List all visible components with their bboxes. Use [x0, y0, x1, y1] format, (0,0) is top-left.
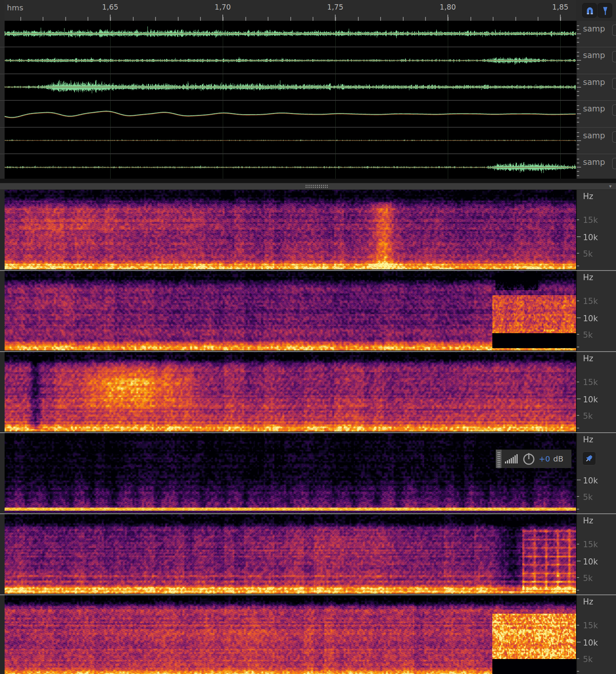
freq-tick-label: 5k [583, 493, 593, 502]
spectrogram-canvas[interactable] [5, 595, 576, 674]
splitter-grip-handle[interactable] [306, 185, 328, 188]
track-format-label: samp [583, 24, 605, 33]
track-edge-button[interactable] [612, 51, 616, 62]
gain-knob-icon[interactable] [522, 452, 536, 466]
track-edge-button[interactable] [612, 158, 616, 169]
freq-tick-label: 5k [583, 249, 593, 259]
track-edge-button[interactable] [612, 78, 616, 89]
spectrogram-canvas[interactable] [5, 190, 576, 269]
track-edge-button[interactable] [612, 105, 616, 116]
freq-unit-label: Hz [583, 273, 593, 282]
ruler-minor-tick [290, 17, 291, 21]
spectrogram-track-row-pinned[interactable]: +0 dB Hz 10k 5k [0, 433, 616, 514]
freq-tick [577, 382, 579, 382]
waveform-canvas[interactable] [5, 21, 576, 46]
waveform-track-row[interactable]: samp [0, 21, 616, 47]
freq-tick [577, 625, 579, 626]
track-header[interactable]: Hz 15k 10k 5k [576, 190, 616, 270]
track-edge-button[interactable] [612, 131, 616, 143]
track-pin-button[interactable] [582, 452, 596, 465]
track-format-label: samp [583, 78, 605, 87]
freq-tick [577, 496, 579, 497]
pushpin-icon [585, 454, 594, 463]
waveform-canvas[interactable] [5, 128, 576, 153]
pane-splitter[interactable]: ▾ [0, 183, 616, 190]
freq-tick-label: 15k [583, 378, 598, 387]
left-gutter [0, 352, 5, 432]
track-header[interactable]: samp [576, 128, 616, 154]
waveform-track-area: samp samp samp [0, 21, 616, 179]
magnet-icon [585, 6, 595, 16]
waveform-canvas[interactable] [5, 74, 576, 100]
spectrogram-canvas[interactable] [5, 352, 576, 432]
freq-tick [577, 415, 579, 416]
gain-control[interactable]: +0 dB [496, 450, 571, 468]
track-format-label: samp [583, 51, 605, 60]
freq-tick-label: 10k [583, 557, 598, 566]
timeline-ruler[interactable]: hms 1,651,701,751,801,85 [0, 0, 616, 21]
spectrogram-track-row[interactable]: Hz 15k 10k 5k [0, 595, 616, 674]
ruler-minor-tick [538, 17, 538, 21]
waveform-track-row[interactable]: samp [0, 128, 616, 154]
spectrogram-track-row[interactable]: Hz 15k 10k 5k [0, 190, 616, 271]
track-header[interactable]: samp [576, 74, 616, 100]
ruler-time-label: 1,75 [327, 3, 343, 11]
track-header[interactable]: samp [576, 101, 616, 127]
spectrogram-canvas[interactable] [5, 433, 576, 513]
spectrogram-track-row[interactable]: Hz 15k 10k 5k [0, 271, 616, 352]
ruler-minor-tick [88, 17, 88, 21]
freq-tick-label: 5k [583, 330, 593, 340]
ruler-minor-tick [358, 17, 359, 21]
track-header[interactable]: Hz 15k 10k 5k [576, 352, 616, 432]
spectrogram-track-row[interactable]: Hz 15k 10k 5k [0, 352, 616, 433]
track-header[interactable]: samp [576, 47, 616, 74]
ruler-time-label: 1,65 [102, 3, 118, 11]
waveform-track-row[interactable]: samp [0, 154, 616, 181]
left-gutter [0, 433, 5, 513]
waveform-track-row[interactable]: samp [0, 47, 616, 74]
freq-tick [577, 236, 581, 237]
freq-tick-label: 15k [583, 297, 598, 306]
track-header[interactable]: Hz 15k 10k 5k [576, 514, 616, 594]
freq-tick [577, 398, 581, 399]
snap-magnet-button[interactable] [582, 3, 597, 18]
track-header[interactable]: samp [576, 21, 616, 47]
track-header[interactable]: Hz 10k 5k [576, 433, 616, 513]
ruler-minor-tick [200, 17, 201, 21]
ruler-major-tick [110, 15, 111, 21]
waveform-track-row[interactable]: samp [0, 101, 616, 128]
waveform-canvas[interactable] [5, 47, 576, 73]
freq-tick-label: 5k [583, 574, 593, 583]
freq-tick [577, 671, 579, 672]
ruler-minor-tick [20, 17, 21, 21]
ruler-major-tick [335, 15, 336, 21]
track-header[interactable]: Hz 15k 10k 5k [576, 595, 616, 674]
ruler-minor-tick [380, 17, 381, 21]
spectrogram-canvas[interactable] [5, 271, 576, 350]
spectrogram-canvas[interactable] [5, 514, 576, 594]
freq-tick [577, 509, 579, 510]
audio-editor-window: hms 1,651,701,751,801,85 samp [0, 0, 616, 674]
freq-tick [577, 577, 579, 578]
track-header[interactable]: Hz 15k 10k 5k [576, 271, 616, 351]
marker-pin-button[interactable] [598, 3, 612, 18]
freq-tick-label: 5k [583, 412, 593, 421]
left-gutter [0, 154, 5, 181]
splitter-collapse-arrow[interactable]: ▾ [609, 183, 612, 189]
timeline-ruler-scale[interactable]: hms 1,651,701,751,801,85 [5, 0, 576, 21]
ruler-minor-tick [493, 17, 493, 21]
waveform-track-row[interactable]: samp [0, 74, 616, 101]
waveform-canvas[interactable] [5, 154, 576, 180]
track-header[interactable]: samp [576, 154, 616, 181]
ruler-minor-tick [425, 17, 426, 21]
freq-tick [577, 334, 579, 335]
gain-value[interactable]: +0 [539, 454, 550, 463]
spectrogram-track-row[interactable]: Hz 15k 10k 5k [0, 514, 616, 595]
marker-pin-icon [600, 6, 610, 16]
waveform-canvas[interactable] [5, 101, 576, 127]
left-gutter [0, 21, 5, 47]
gain-control-grip[interactable] [496, 450, 502, 468]
freq-tick [577, 544, 579, 545]
track-edge-button[interactable] [612, 25, 616, 36]
freq-tick [577, 642, 581, 642]
